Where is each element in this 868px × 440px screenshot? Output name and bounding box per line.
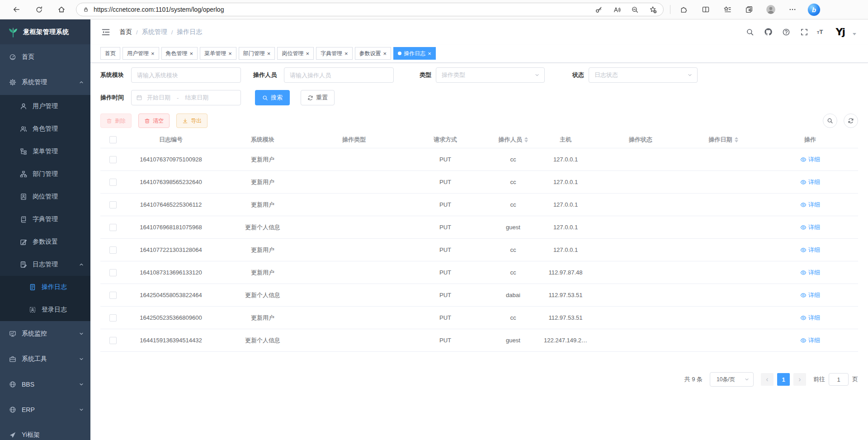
sidebar-item[interactable]: Yi框架 (0, 422, 90, 440)
detail-link[interactable]: 详细 (800, 336, 820, 345)
row-checkbox[interactable] (109, 314, 117, 322)
home-button[interactable] (55, 3, 68, 16)
back-button[interactable] (10, 3, 23, 16)
sidebar-item[interactable]: 菜单管理 (0, 140, 90, 163)
menu-fold-icon[interactable] (100, 27, 111, 38)
help-icon[interactable] (781, 27, 792, 38)
detail-link[interactable]: 详细 (800, 291, 820, 299)
sidebar-item[interactable]: 参数设置 (0, 231, 90, 253)
split-screen-icon[interactable] (699, 3, 712, 16)
sidebar-item[interactable]: 岗位管理 (0, 185, 90, 208)
copilot-icon[interactable]: b (808, 4, 820, 16)
sidebar-item[interactable]: 系统监控 (0, 321, 90, 346)
goto-page-input[interactable] (829, 373, 849, 386)
date-end-placeholder[interactable]: 结束日期 (185, 94, 208, 102)
sidebar-item[interactable]: 部门管理 (0, 163, 90, 185)
tab[interactable]: 菜单管理 (200, 47, 236, 60)
font-size-icon[interactable]: TT (817, 28, 823, 35)
sidebar-item[interactable]: 操作日志 (0, 276, 90, 298)
row-checkbox[interactable] (109, 201, 117, 208)
sidebar-item[interactable]: 用户管理 (0, 95, 90, 118)
select-all-checkbox[interactable] (109, 136, 117, 143)
type-select[interactable]: 操作类型 (436, 67, 545, 83)
detail-link[interactable]: 详细 (800, 201, 820, 209)
sidebar-item[interactable]: 登录日志 (0, 298, 90, 321)
search-button[interactable]: 搜索 (255, 90, 290, 105)
add-favorite-icon[interactable] (647, 4, 659, 15)
tab[interactable]: 角色管理 (161, 47, 198, 60)
prev-page-button[interactable] (761, 373, 774, 386)
favorites-bar-icon[interactable] (721, 3, 734, 16)
extensions-icon[interactable] (678, 3, 690, 16)
detail-link[interactable]: 详细 (800, 156, 820, 164)
tab[interactable]: 字典管理 (316, 47, 353, 60)
detail-link[interactable]: 详细 (800, 246, 820, 254)
tab[interactable]: 首页 (100, 47, 120, 60)
github-icon[interactable] (763, 27, 774, 38)
row-checkbox[interactable] (109, 269, 117, 276)
clear-button[interactable]: 清空 (138, 114, 170, 128)
row-checkbox[interactable] (109, 224, 117, 231)
date-start-placeholder[interactable]: 开始日期 (147, 94, 170, 102)
url-text[interactable]: https://ccnetcore.com:1101/system/log/op… (94, 6, 586, 13)
detail-link[interactable]: 详细 (800, 269, 820, 277)
export-button[interactable]: 导出 (176, 114, 208, 128)
date-range-picker[interactable]: 开始日期 - 结束日期 (131, 90, 241, 105)
next-page-button[interactable] (793, 373, 806, 386)
breadcrumb-home[interactable]: 首页 (119, 28, 132, 36)
sidebar-item[interactable]: 系统工具 (0, 346, 90, 372)
sidebar-item[interactable]: 系统管理 (0, 70, 90, 95)
sort-carets[interactable] (524, 137, 528, 142)
close-icon[interactable] (344, 51, 348, 57)
row-checkbox[interactable] (109, 246, 117, 254)
detail-link[interactable]: 详细 (800, 314, 820, 322)
profile-avatar[interactable] (764, 3, 777, 16)
read-aloud-icon[interactable] (611, 4, 623, 15)
tab[interactable]: 岗位管理 (277, 47, 314, 60)
close-icon[interactable] (267, 51, 271, 57)
close-icon[interactable] (151, 51, 155, 57)
module-input[interactable] (131, 67, 241, 83)
sidebar-item[interactable]: 日志管理 (0, 253, 90, 276)
zoom-out-icon[interactable] (629, 4, 641, 15)
row-checkbox[interactable] (109, 337, 117, 344)
detail-link[interactable]: 详细 (800, 178, 820, 186)
close-icon[interactable] (383, 51, 387, 57)
close-icon[interactable] (228, 51, 232, 57)
collections-icon[interactable] (743, 3, 755, 16)
reset-button[interactable]: 重置 (301, 90, 335, 105)
sort-carets[interactable] (735, 137, 738, 142)
refresh-table-button[interactable] (844, 114, 858, 128)
show-search-button[interactable] (823, 114, 837, 128)
status-select[interactable]: 日志状态 (589, 67, 698, 83)
row-checkbox[interactable] (109, 292, 117, 299)
password-key-icon[interactable] (593, 4, 604, 15)
sidebar-item[interactable]: 首页 (0, 44, 90, 70)
search-icon[interactable] (745, 27, 755, 38)
close-icon[interactable] (190, 51, 193, 57)
tab[interactable]: 用户管理 (123, 47, 159, 60)
sidebar-item[interactable]: ERP (0, 397, 90, 422)
row-checkbox[interactable] (109, 156, 117, 163)
fullscreen-icon[interactable] (799, 27, 810, 38)
sidebar-item[interactable]: BBS (0, 372, 90, 397)
operator-input[interactable] (284, 67, 394, 83)
user-dropdown-caret[interactable] (853, 33, 856, 35)
detail-link[interactable]: 详细 (800, 223, 820, 232)
page-size-select[interactable]: 10条/页 (710, 372, 754, 387)
sidebar-item[interactable]: 角色管理 (0, 118, 90, 140)
tab[interactable]: 部门管理 (239, 47, 275, 60)
close-icon[interactable] (306, 51, 309, 57)
current-page-button[interactable]: 1 (777, 373, 790, 386)
address-bar[interactable]: https://ccnetcore.com:1101/system/log/op… (76, 3, 664, 16)
browser-menu-icon[interactable] (786, 3, 799, 16)
breadcrumb-system[interactable]: 系统管理 (142, 28, 167, 36)
close-icon[interactable] (428, 51, 431, 57)
sidebar-item[interactable]: 字典管理 (0, 208, 90, 231)
tab[interactable]: 操作日志 (393, 47, 436, 60)
tab[interactable]: 参数设置 (355, 47, 392, 60)
refresh-button[interactable] (33, 3, 45, 16)
delete-button[interactable]: 删除 (100, 114, 132, 128)
row-checkbox[interactable] (109, 179, 117, 186)
user-logo[interactable]: Yj (836, 26, 844, 38)
